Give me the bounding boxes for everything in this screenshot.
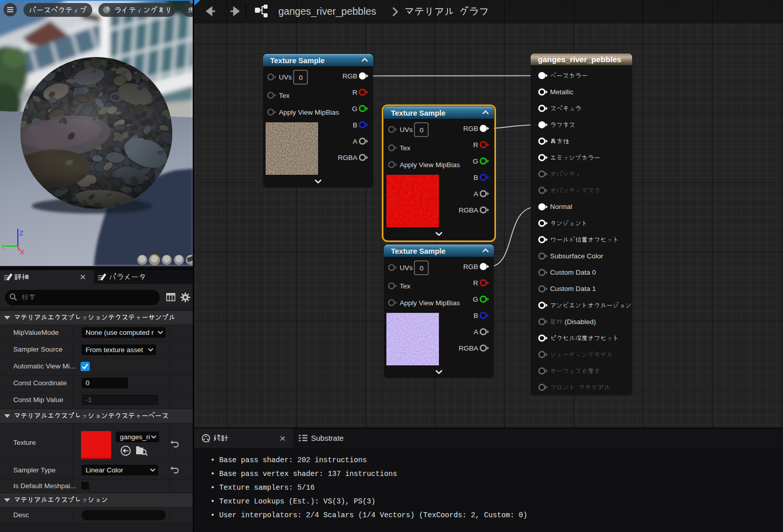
svg-text:Apply View MipBias: Apply View MipBias bbox=[279, 109, 340, 116]
svg-text:Y: Y bbox=[1, 243, 6, 251]
svg-text:Subsurface Color: Subsurface Color bbox=[550, 252, 604, 260]
svg-text:RGBA: RGBA bbox=[459, 206, 478, 214]
svg-text:RGB: RGB bbox=[463, 125, 478, 132]
svg-text:Metallic: Metallic bbox=[550, 88, 573, 96]
svg-text:B: B bbox=[353, 121, 357, 129]
svg-text:UVs: UVs bbox=[400, 264, 413, 272]
svg-text:A: A bbox=[474, 328, 478, 336]
svg-text:0: 0 bbox=[420, 126, 424, 134]
svg-text:0: 0 bbox=[420, 264, 424, 272]
svg-text:Custom Data 0: Custom Data 0 bbox=[550, 269, 596, 276]
svg-text:RGB: RGB bbox=[463, 263, 478, 271]
svg-text:B: B bbox=[474, 312, 478, 320]
svg-text:Tex: Tex bbox=[400, 144, 410, 152]
svg-text:Z: Z bbox=[19, 229, 23, 237]
svg-text:Texture Sample: Texture Sample bbox=[391, 109, 446, 117]
svg-text:UVs: UVs bbox=[279, 73, 292, 81]
svg-text:0: 0 bbox=[299, 74, 303, 82]
svg-text:RGB: RGB bbox=[343, 72, 357, 80]
svg-text:RGBA: RGBA bbox=[338, 154, 357, 162]
svg-text:Normal: Normal bbox=[550, 203, 572, 210]
svg-text:R: R bbox=[352, 89, 357, 96]
svg-text:G: G bbox=[473, 296, 478, 303]
svg-text:RGBA: RGBA bbox=[459, 344, 478, 352]
svg-text:G: G bbox=[473, 157, 478, 165]
svg-text:(Disabled): (Disabled) bbox=[565, 318, 596, 326]
svg-text:R: R bbox=[473, 141, 478, 149]
svg-text:Texture Sample: Texture Sample bbox=[270, 57, 325, 65]
svg-text:R: R bbox=[473, 279, 478, 287]
svg-text:G: G bbox=[352, 105, 357, 113]
svg-text:Tex: Tex bbox=[279, 92, 290, 99]
svg-text:Custom Data 1: Custom Data 1 bbox=[550, 285, 596, 292]
svg-text:X: X bbox=[20, 248, 24, 256]
svg-text:UVs: UVs bbox=[400, 126, 413, 134]
svg-text:ganges_river_pebbles: ganges_river_pebbles bbox=[278, 6, 376, 17]
svg-text:A: A bbox=[474, 190, 478, 198]
svg-text:A: A bbox=[353, 138, 357, 145]
svg-text:B: B bbox=[474, 174, 478, 181]
svg-text:Apply View MipBias: Apply View MipBias bbox=[400, 161, 460, 169]
svg-text:Apply View MipBias: Apply View MipBias bbox=[400, 299, 460, 307]
svg-text:Tex: Tex bbox=[400, 282, 410, 290]
svg-text:Texture Sample: Texture Sample bbox=[391, 247, 446, 255]
svg-text:ganges_river_pebbles: ganges_river_pebbles bbox=[538, 55, 621, 64]
